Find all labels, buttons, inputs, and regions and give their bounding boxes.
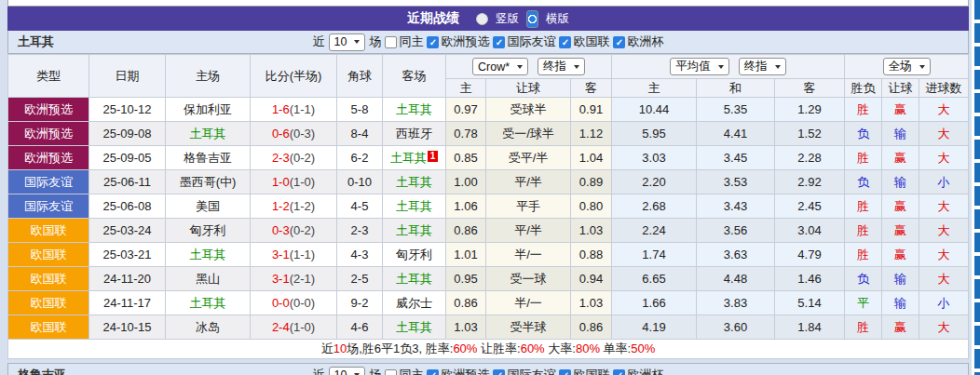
match-count-select[interactable]: 10 (329, 367, 366, 375)
checkbox-checked-icon[interactable]: ✓ (427, 369, 439, 375)
odds-home: 0.97 (446, 98, 486, 122)
chevron-down-icon (517, 65, 523, 69)
section-title-bar: 近期战绩 竖版 横版 (7, 7, 969, 31)
chevron-down-icon (574, 65, 579, 69)
result-cell: 胜 (845, 194, 882, 219)
result-cell: 胜 (845, 146, 882, 170)
odds-home: 1.00 (446, 170, 486, 194)
horizontal-layout-radio[interactable] (526, 10, 538, 28)
avg-home: 3.03 (612, 146, 697, 170)
match-type-badge: 欧国联 (8, 315, 89, 340)
home-team: 美国 (166, 194, 251, 219)
odds-handicap: 受一球 (486, 267, 571, 291)
home-team: 土耳其 (166, 291, 251, 315)
near-label: 近 (313, 33, 325, 50)
odds-home: 1.01 (446, 243, 486, 267)
table-row: 欧国联25-03-24匈牙利0-3(0-2)2-3土耳其0.86平/半1.032… (8, 219, 969, 243)
col-header-date: 日期 (89, 55, 166, 98)
red-card-badge: 1 (428, 151, 438, 162)
same-home-checkbox-group: 同主 (385, 33, 423, 50)
avg-home: 1.74 (612, 243, 697, 267)
match-type-badge: 欧国联 (8, 267, 89, 291)
odds-home: 0.86 (446, 219, 486, 243)
same-home-checkbox-group: 同主 (385, 367, 423, 375)
checkbox-checked-icon[interactable]: ✓ (559, 36, 571, 48)
vertical-layout-label[interactable]: 竖版 (496, 11, 519, 27)
table-row: 欧洲预选25-10-12保加利亚1-6(1-1)5-8土耳其0.97受球半0.9… (8, 98, 969, 122)
match-date: 25-06-11 (89, 170, 166, 194)
avg-away: 1.29 (775, 98, 845, 122)
away-team: 土耳其 (383, 98, 446, 122)
handicap-result-cell: 赢 (882, 243, 919, 267)
checkbox-checked-icon[interactable]: ✓ (613, 369, 625, 375)
odds-time-select[interactable]: 终指 (538, 58, 585, 75)
result-cell: 负 (845, 170, 882, 194)
handicap-result-cell: 赢 (882, 98, 919, 122)
table-row: 国际友谊25-06-11墨西哥(中)1-0(1-0)0-10土耳其1.00平/半… (8, 170, 969, 194)
odds-away: 0.91 (571, 98, 612, 122)
col-header-avg-home: 主 (612, 79, 697, 98)
match-score: 2-4(1-0) (251, 315, 337, 340)
checkbox-checked-icon[interactable]: ✓ (613, 36, 625, 48)
competition-label: 欧洲杯 (627, 367, 663, 375)
goals-result-cell: 大 (919, 122, 969, 146)
avg-source-select[interactable]: 平均值 (670, 58, 729, 75)
next-section: 格鲁吉亚 近 10 场 同主 ✓ 欧洲预选 (7, 363, 969, 375)
checkbox-checked-icon[interactable]: ✓ (427, 36, 439, 48)
checkbox-checked-icon[interactable]: ✓ (493, 36, 505, 48)
odds-home: 1.06 (446, 194, 486, 219)
col-header-handicap: 让球 (486, 79, 571, 98)
table-row: 国际友谊25-06-08美国1-2(1-2)4-5土耳其1.06平手0.802.… (8, 194, 969, 219)
away-team: 土耳其 (383, 267, 446, 291)
avg-draw: 4.48 (697, 267, 775, 291)
corner-score: 2-3 (337, 219, 383, 243)
goals-result-cell: 大 (919, 98, 969, 122)
checkbox-checked-icon[interactable]: ✓ (493, 369, 505, 375)
avg-away: 1.84 (775, 315, 845, 340)
corner-score: 4-5 (337, 194, 383, 219)
col-header-goals: 进球数 (919, 79, 969, 98)
avg-time-select[interactable]: 终指 (739, 58, 786, 75)
same-home-checkbox[interactable] (385, 36, 397, 48)
result-cell: 胜 (845, 219, 882, 243)
chevron-down-icon (354, 40, 360, 44)
odds-handicap: 半/一 (486, 243, 571, 267)
competition-checkbox-group: ✓ 欧洲预选 (427, 367, 489, 375)
odds-home: 1.03 (446, 315, 486, 340)
col-header-odds-home: 主 (446, 79, 486, 98)
competition-label: 欧国联 (573, 367, 609, 375)
games-label: 场 (369, 367, 381, 375)
match-score: 3-1(2-1) (251, 267, 337, 291)
page-scrollbar[interactable] (972, 0, 980, 375)
match-score: 2-3(0-2) (251, 146, 337, 170)
col-header-score: 比分(半场) (251, 55, 337, 98)
goals-result-cell: 大 (919, 146, 969, 170)
checkbox-checked-icon[interactable]: ✓ (559, 369, 571, 375)
odds-source-select[interactable]: Crow* (472, 58, 528, 75)
odds-away: 1.12 (571, 122, 612, 146)
team-filter-row: 土耳其 近 10 场 同主 ✓ 欧洲预选 ✓ 国际友谊 (7, 31, 969, 54)
match-count-select[interactable]: 10 (329, 33, 366, 51)
odds-away: 0.80 (571, 194, 612, 219)
horizontal-layout-label[interactable]: 横版 (546, 11, 569, 27)
filter-controls: 近 10 场 同主 ✓ 欧洲预选 ✓ (313, 367, 664, 375)
away-team: 土耳其 (383, 194, 446, 219)
avg-away: 2.28 (775, 146, 845, 170)
avg-home: 2.68 (612, 194, 697, 219)
same-home-checkbox[interactable] (385, 369, 397, 375)
scope-header: 全场 (845, 55, 969, 79)
vertical-layout-radio[interactable] (476, 13, 488, 25)
match-type-badge: 国际友谊 (8, 170, 89, 194)
goals-result-cell: 大 (919, 243, 969, 267)
match-date: 25-09-08 (89, 122, 166, 146)
competition-label: 欧洲预选 (441, 367, 489, 375)
chevron-down-icon (919, 65, 925, 69)
avg-home: 2.24 (612, 219, 697, 243)
avg-home: 5.95 (612, 122, 697, 146)
scope-select[interactable]: 全场 (883, 58, 931, 75)
avg-home: 2.20 (612, 170, 697, 194)
home-team: 土耳其 (166, 243, 251, 267)
odds-away: 0.88 (571, 243, 612, 267)
result-cell: 负 (845, 267, 882, 291)
table-row: 欧国联24-11-17土耳其0-0(0-0)9-2威尔士0.86半/一1.031… (8, 291, 969, 315)
